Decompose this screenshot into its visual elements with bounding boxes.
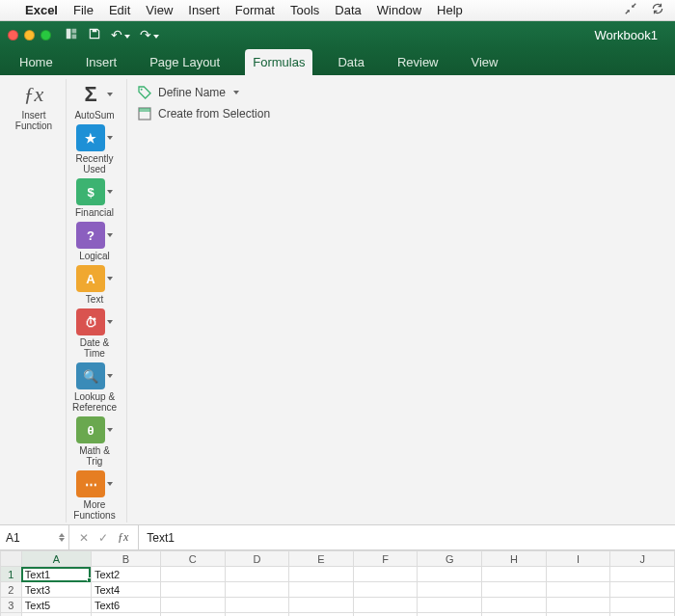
status-icon[interactable] xyxy=(623,2,638,18)
window-minimize-button[interactable] xyxy=(24,30,35,40)
cell-B1[interactable]: Text2 xyxy=(91,567,160,582)
window-zoom-button[interactable] xyxy=(40,30,51,40)
cell-J4[interactable] xyxy=(610,613,675,617)
ribbon-tab-data[interactable]: Data xyxy=(330,49,371,75)
cell-D3[interactable] xyxy=(225,598,289,613)
lookup-button[interactable]: 🔍Lookup & Reference xyxy=(72,362,117,413)
fx-icon[interactable]: ƒx xyxy=(118,530,128,545)
cell-E4[interactable] xyxy=(289,613,354,617)
cell-H3[interactable] xyxy=(482,598,547,613)
ribbon-tab-review[interactable]: Review xyxy=(390,49,446,75)
formula-value: Text1 xyxy=(147,531,175,545)
cell-C3[interactable] xyxy=(161,598,226,613)
cell-H2[interactable] xyxy=(482,582,547,598)
qat-undo-icon[interactable]: ↶ xyxy=(111,27,130,42)
cell-A4[interactable]: Text7 xyxy=(21,613,91,617)
cell-G3[interactable] xyxy=(418,598,482,613)
cell-E2[interactable] xyxy=(289,582,354,598)
sync-icon[interactable] xyxy=(650,2,665,18)
cell-F1[interactable] xyxy=(353,567,418,582)
mac-menu-format[interactable]: Format xyxy=(235,3,275,17)
row-header-1[interactable]: 1 xyxy=(1,567,22,582)
mac-menu-view[interactable]: View xyxy=(146,3,173,17)
col-header-B[interactable]: B xyxy=(91,551,160,567)
ribbon-tab-formulas[interactable]: Formulas xyxy=(245,49,312,75)
cell-E3[interactable] xyxy=(289,598,354,613)
cell-I2[interactable] xyxy=(546,582,610,598)
col-header-H[interactable]: H xyxy=(482,551,547,567)
qat-redo-icon[interactable]: ↷ xyxy=(140,27,159,42)
financial-button[interactable]: $Financial xyxy=(72,178,117,218)
col-header-C[interactable]: C xyxy=(161,551,226,567)
cell-F4[interactable] xyxy=(353,613,418,617)
cell-B4[interactable]: Text8 xyxy=(91,613,160,617)
cell-G1[interactable] xyxy=(418,567,482,582)
math-button[interactable]: θMath & Trig xyxy=(72,416,117,467)
mac-menu-file[interactable]: File xyxy=(73,3,94,17)
cell-G2[interactable] xyxy=(418,582,482,598)
window-close-button[interactable] xyxy=(8,30,18,40)
ribbon-tab-home[interactable]: Home xyxy=(12,49,61,75)
more-button[interactable]: ⋯More Functions xyxy=(72,470,117,521)
row-header-4[interactable]: 4 xyxy=(1,613,22,617)
cell-C2[interactable] xyxy=(161,582,226,598)
mac-menu-window[interactable]: Window xyxy=(377,3,421,17)
qat-save-icon[interactable] xyxy=(88,27,101,43)
cell-D4[interactable] xyxy=(225,613,289,617)
logical-button[interactable]: ?Logical xyxy=(72,222,117,261)
name-box[interactable]: A1 xyxy=(0,525,69,549)
recent-button[interactable]: ★Recently Used xyxy=(72,124,117,174)
cell-G4[interactable] xyxy=(418,613,482,617)
cell-I1[interactable] xyxy=(546,567,610,582)
ribbon-tab-insert[interactable]: Insert xyxy=(78,49,125,75)
text-button[interactable]: AText xyxy=(72,265,117,305)
worksheet-grid[interactable]: ABCDEFGHIJ1Text1Text22Text3Text43Text5Te… xyxy=(0,550,675,616)
cell-A2[interactable]: Text3 xyxy=(21,582,91,598)
cell-F3[interactable] xyxy=(353,598,418,613)
cell-C4[interactable] xyxy=(161,613,226,617)
ribbon-tab-page-layout[interactable]: Page Layout xyxy=(142,49,228,75)
cell-J2[interactable] xyxy=(610,582,675,598)
mac-menu-help[interactable]: Help xyxy=(437,3,463,17)
define-name-button[interactable]: Define Name xyxy=(137,85,270,100)
col-header-F[interactable]: F xyxy=(353,551,418,567)
create-from-selection-button[interactable]: Create from Selection xyxy=(137,106,270,121)
cell-D2[interactable] xyxy=(225,582,289,598)
row-header-2[interactable]: 2 xyxy=(1,582,22,598)
cell-B2[interactable]: Text4 xyxy=(91,582,160,598)
cancel-formula-icon[interactable]: ✕ xyxy=(79,531,89,545)
row-header-3[interactable]: 3 xyxy=(1,598,22,613)
col-header-J[interactable]: J xyxy=(610,551,675,567)
insert-function-button[interactable]: ƒx Insert Function xyxy=(12,81,56,131)
mac-menu-insert[interactable]: Insert xyxy=(188,3,220,17)
cell-C1[interactable] xyxy=(161,567,226,582)
cell-H1[interactable] xyxy=(482,567,547,582)
accept-formula-icon[interactable]: ✓ xyxy=(98,531,108,545)
cell-I4[interactable] xyxy=(546,613,610,617)
qat-home-icon[interactable] xyxy=(65,27,78,43)
cell-E1[interactable] xyxy=(289,567,354,582)
cell-J3[interactable] xyxy=(610,598,675,613)
cell-I3[interactable] xyxy=(546,598,610,613)
cell-B3[interactable]: Text6 xyxy=(91,598,160,613)
formula-input[interactable]: Text1 xyxy=(139,525,675,549)
cell-D1[interactable] xyxy=(225,567,289,582)
cell-F2[interactable] xyxy=(353,582,418,598)
cell-H4[interactable] xyxy=(482,613,547,617)
col-header-A[interactable]: A xyxy=(21,551,91,567)
autosum-button[interactable]: ΣAutoSum xyxy=(72,81,117,121)
date-time-button[interactable]: ⏱Date & Time xyxy=(72,308,117,359)
ribbon-tab-view[interactable]: View xyxy=(464,49,506,75)
mac-menu-tools[interactable]: Tools xyxy=(290,3,319,17)
cell-A3[interactable]: Text5 xyxy=(21,598,91,613)
cell-A1[interactable]: Text1 xyxy=(21,567,91,582)
select-all-corner[interactable] xyxy=(1,551,22,567)
col-header-E[interactable]: E xyxy=(289,551,354,567)
mac-menu-data[interactable]: Data xyxy=(335,3,361,17)
col-header-I[interactable]: I xyxy=(546,551,610,567)
mac-menu-edit[interactable]: Edit xyxy=(109,3,130,17)
col-header-G[interactable]: G xyxy=(418,551,482,567)
mac-menu-app[interactable]: Excel xyxy=(25,3,58,17)
col-header-D[interactable]: D xyxy=(225,551,289,567)
cell-J1[interactable] xyxy=(610,567,675,582)
